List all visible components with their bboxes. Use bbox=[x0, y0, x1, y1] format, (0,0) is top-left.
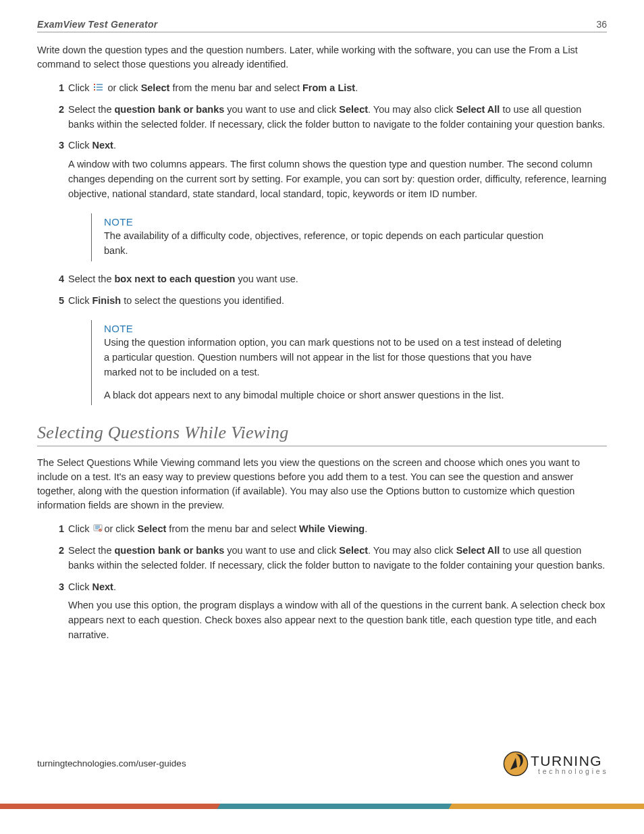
note-block-1: NOTE The availability of a difficulty co… bbox=[91, 213, 577, 261]
text: Select the bbox=[68, 545, 115, 556]
bold-while-viewing: While Viewing bbox=[299, 523, 365, 534]
svg-rect-0 bbox=[94, 84, 95, 85]
text: . bbox=[113, 140, 116, 151]
text: Click bbox=[68, 140, 92, 151]
text: to select the questions you identified. bbox=[121, 295, 284, 306]
while-viewing-icon bbox=[93, 524, 103, 533]
step-a3: 3 Click Next. A window with two columns … bbox=[52, 138, 607, 201]
step-b3: 3 Click Next. When you use this option, … bbox=[52, 580, 607, 643]
step-a2: 2 Select the question bank or banks you … bbox=[52, 103, 607, 132]
step-number: 2 bbox=[52, 544, 64, 558]
note-block-2: NOTE Using the question information opti… bbox=[91, 320, 577, 405]
bold-box-next-to: box next to each question bbox=[115, 273, 236, 284]
text: . bbox=[365, 523, 367, 534]
page-header: ExamView Test Generator 36 bbox=[37, 19, 607, 32]
logo-text-sub: technologies bbox=[538, 767, 609, 775]
header-page-number: 36 bbox=[596, 19, 607, 30]
bold-question-bank: question bank or banks bbox=[115, 104, 225, 115]
logo-text-main: TURNING bbox=[531, 753, 602, 768]
bold-select: Select bbox=[141, 82, 170, 93]
step-a1: 1 Click or click Select from the menu ba… bbox=[52, 81, 607, 96]
text: . bbox=[355, 82, 358, 93]
text: from the menu bar and select bbox=[166, 523, 299, 534]
step-number: 1 bbox=[52, 522, 64, 537]
text: you want use. bbox=[235, 273, 298, 284]
text: Click bbox=[68, 523, 92, 534]
bold-next: Next bbox=[92, 140, 113, 151]
header-title: ExamView Test Generator bbox=[37, 19, 158, 30]
text: . You may also click bbox=[368, 104, 456, 115]
text: . bbox=[113, 581, 116, 592]
text: from the menu bar and select bbox=[169, 82, 302, 93]
note-title: NOTE bbox=[104, 323, 565, 334]
bold-select: Select bbox=[339, 104, 368, 115]
note-body: Using the question information option, y… bbox=[104, 336, 565, 380]
text: Click bbox=[68, 82, 92, 93]
intro-paragraph: Write down the question types and the qu… bbox=[37, 43, 607, 72]
svg-rect-4 bbox=[97, 87, 103, 88]
bold-next: Next bbox=[92, 581, 113, 592]
section2-intro: The Select Questions While Viewing comma… bbox=[37, 456, 607, 513]
stripe-gold bbox=[423, 804, 644, 809]
from-list-icon bbox=[93, 83, 103, 93]
footer-url: turningtechnologies.com/user-guides bbox=[37, 758, 186, 768]
step-b3-after: When you use this option, the program di… bbox=[68, 598, 607, 642]
step-a5: 5 Click Finish to select the questions y… bbox=[52, 294, 607, 309]
text: or click bbox=[104, 523, 137, 534]
text: Click bbox=[68, 581, 92, 592]
text: Click bbox=[68, 295, 92, 306]
note-body: A black dot appears next to any bimodal … bbox=[104, 388, 565, 403]
footer-stripe bbox=[0, 804, 644, 809]
bold-select-all: Select All bbox=[456, 104, 500, 115]
svg-rect-1 bbox=[94, 86, 95, 88]
text: Select the bbox=[68, 273, 115, 284]
step-b1: 1 Click or click Select from the menu ba… bbox=[52, 522, 607, 537]
steps-list-a-cont: 4 Select the box next to each question y… bbox=[37, 272, 607, 309]
step-number: 3 bbox=[52, 138, 64, 153]
text: you want to use and click bbox=[224, 104, 339, 115]
step-number: 2 bbox=[52, 103, 64, 118]
bold-finish: Finish bbox=[92, 295, 121, 306]
text: Select the bbox=[68, 104, 115, 115]
bold-select-all: Select All bbox=[456, 545, 500, 556]
bold-select: Select bbox=[138, 523, 167, 534]
step-a4: 4 Select the box next to each question y… bbox=[52, 272, 607, 287]
step-a3-after: A window with two columns appears. The f… bbox=[68, 157, 607, 201]
note-body: The availability of a difficulty code, o… bbox=[104, 229, 565, 259]
text: . You may also click bbox=[368, 545, 456, 556]
step-b2: 2 Select the question bank or banks you … bbox=[52, 544, 607, 573]
text: or click bbox=[105, 82, 140, 93]
bold-question-bank: question bank or banks bbox=[115, 545, 225, 556]
stripe-teal bbox=[217, 804, 452, 809]
bold-select: Select bbox=[339, 545, 368, 556]
svg-rect-5 bbox=[97, 90, 103, 90]
step-number: 4 bbox=[52, 272, 64, 287]
steps-list-b: 1 Click or click Select from the menu ba… bbox=[37, 522, 607, 642]
stripe-red bbox=[0, 804, 245, 809]
turning-logo: TURNING technologies bbox=[502, 747, 617, 783]
step-number: 1 bbox=[52, 81, 64, 96]
section-heading: Selecting Questions While Viewing bbox=[37, 423, 607, 446]
step-number: 5 bbox=[52, 294, 64, 309]
steps-list-a: 1 Click or click Select from the menu ba… bbox=[37, 81, 607, 201]
text: you want to use and click bbox=[224, 545, 339, 556]
step-number: 3 bbox=[52, 580, 64, 595]
svg-rect-2 bbox=[94, 89, 95, 90]
bold-from-a-list: From a List bbox=[302, 82, 355, 93]
svg-rect-3 bbox=[97, 84, 103, 85]
note-title: NOTE bbox=[104, 216, 565, 228]
